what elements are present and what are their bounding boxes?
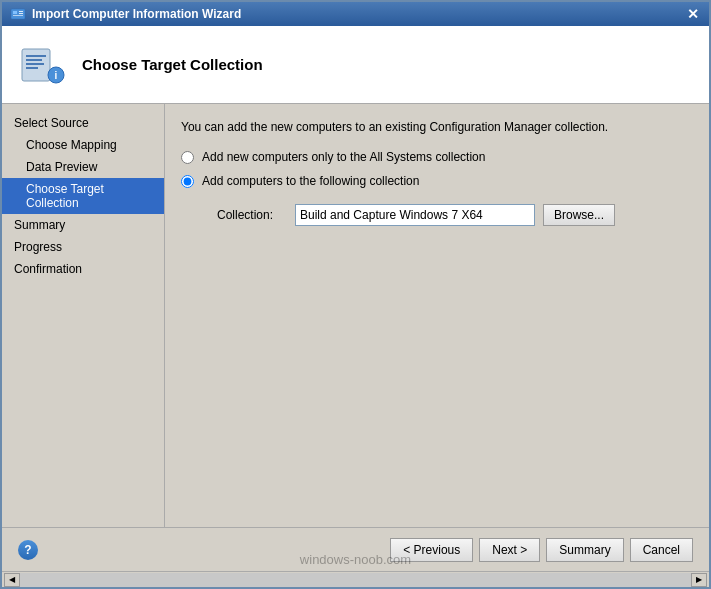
sidebar-item-data-preview[interactable]: Data Preview [2, 156, 164, 178]
sidebar-item-summary[interactable]: Summary [2, 214, 164, 236]
close-button[interactable]: ✕ [685, 6, 701, 22]
header-title: Choose Target Collection [82, 56, 263, 73]
scroll-right-arrow[interactable]: ▶ [691, 573, 707, 587]
horizontal-scrollbar: ◀ ▶ [2, 571, 709, 587]
browse-button[interactable]: Browse... [543, 204, 615, 226]
sidebar-item-confirmation[interactable]: Confirmation [2, 258, 164, 280]
wizard-window: Import Computer Information Wizard ✕ i C… [0, 0, 711, 589]
footer-buttons: < Previous Next > Summary Cancel [390, 538, 693, 562]
footer: ? < Previous Next > Summary Cancel [2, 527, 709, 571]
sidebar: Select Source Choose Mapping Data Previe… [2, 104, 165, 527]
radio-group: Add new computers only to the All System… [181, 150, 693, 188]
wizard-title-icon [10, 6, 26, 22]
svg-rect-1 [13, 11, 17, 14]
title-bar-text: Import Computer Information Wizard [32, 7, 241, 21]
radio-row-1: Add new computers only to the All System… [181, 150, 693, 164]
main-content: Select Source Choose Mapping Data Previe… [2, 104, 709, 527]
content-area: You can add the new computers to an exis… [165, 104, 709, 527]
radio-all-systems[interactable] [181, 151, 194, 164]
svg-rect-9 [26, 67, 38, 69]
sidebar-item-choose-target[interactable]: Choose Target Collection [2, 178, 164, 214]
radio-following-collection[interactable] [181, 175, 194, 188]
svg-text:i: i [55, 70, 58, 81]
info-text: You can add the new computers to an exis… [181, 120, 693, 134]
header-wizard-icon: i [18, 41, 66, 89]
svg-rect-2 [19, 11, 23, 12]
summary-button[interactable]: Summary [546, 538, 623, 562]
svg-rect-4 [13, 15, 23, 16]
title-bar-left: Import Computer Information Wizard [10, 6, 241, 22]
sidebar-item-choose-mapping[interactable]: Choose Mapping [2, 134, 164, 156]
previous-button[interactable]: < Previous [390, 538, 473, 562]
title-bar: Import Computer Information Wizard ✕ [2, 2, 709, 26]
header-area: i Choose Target Collection [2, 26, 709, 104]
radio-following-collection-label[interactable]: Add computers to the following collectio… [202, 174, 419, 188]
svg-rect-6 [26, 55, 46, 57]
radio-row-2: Add computers to the following collectio… [181, 174, 693, 188]
scroll-track[interactable] [20, 573, 691, 587]
svg-rect-3 [19, 13, 23, 14]
scroll-left-arrow[interactable]: ◀ [4, 573, 20, 587]
collection-label: Collection: [217, 208, 287, 222]
svg-rect-7 [26, 59, 42, 61]
next-button[interactable]: Next > [479, 538, 540, 562]
sidebar-item-select-source[interactable]: Select Source [2, 112, 164, 134]
footer-left: ? [18, 540, 38, 560]
collection-input[interactable] [295, 204, 535, 226]
radio-all-systems-label[interactable]: Add new computers only to the All System… [202, 150, 485, 164]
sidebar-item-progress[interactable]: Progress [2, 236, 164, 258]
help-icon[interactable]: ? [18, 540, 38, 560]
svg-rect-8 [26, 63, 44, 65]
cancel-button[interactable]: Cancel [630, 538, 693, 562]
collection-row: Collection: Browse... [217, 204, 693, 226]
